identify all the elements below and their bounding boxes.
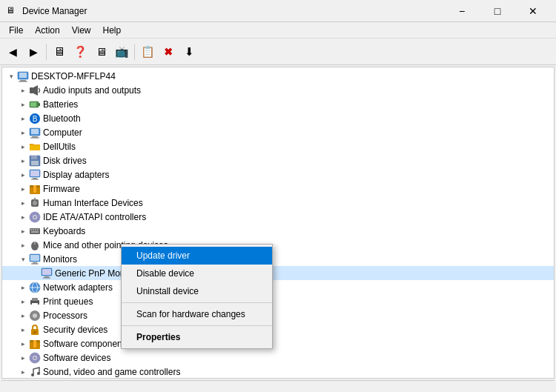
scan2-button[interactable]: 🖥 [91, 42, 110, 62]
tree-item-audio[interactable]: Audio inputs and outputs [2, 83, 554, 97]
expand-firmware[interactable] [17, 183, 29, 195]
maximize-button[interactable]: □ [480, 0, 514, 22]
tree-item-batteries[interactable]: Batteries [2, 97, 554, 111]
tree-item-computer[interactable]: Computer [2, 125, 554, 139]
menu-view[interactable]: View [66, 24, 97, 37]
back-button[interactable]: ◀ [3, 42, 22, 62]
title-bar-text: Device Manager [22, 6, 445, 16]
tree-label-keyboards: Keyboards [43, 226, 85, 236]
svg-rect-2 [20, 80, 26, 82]
tree-item-ide[interactable]: IDE ATA/ATAPI controllers [2, 210, 554, 224]
device-icon-root [17, 70, 29, 82]
svg-rect-8 [30, 102, 36, 107]
tree-item-softwaredevices[interactable]: Software devices [2, 351, 554, 365]
tree-item-bluetooth[interactable]: BBluetooth [2, 111, 554, 125]
expand-keyboards[interactable] [17, 225, 29, 237]
expand-security[interactable] [17, 324, 29, 336]
svg-rect-42 [30, 255, 39, 261]
forward-button[interactable]: ▶ [24, 42, 43, 62]
tree-item-security[interactable]: Security devices [2, 322, 554, 336]
menu-action[interactable]: Action [29, 24, 65, 37]
device-icon-printqueues [29, 296, 41, 308]
expand-monitors[interactable] [17, 253, 29, 265]
tree-item-displayadapters[interactable]: Display adapters [2, 167, 554, 182]
tree-item-hid[interactable]: Human Interface Devices [2, 196, 554, 210]
svg-rect-22 [31, 179, 39, 179]
device-icon-network [29, 282, 41, 293]
expand-diskdrives[interactable] [17, 155, 29, 167]
svg-rect-13 [32, 136, 38, 138]
tree-label-hid: Human Interface Devices [43, 198, 143, 208]
expand-hid[interactable] [17, 197, 29, 209]
tree-label-network: Network adapters [43, 282, 113, 293]
update-driver-toolbar-button[interactable]: 📋 [138, 42, 157, 62]
tree-item-printqueues[interactable]: Print queues [2, 294, 554, 308]
scan3-button[interactable]: 📺 [112, 42, 131, 62]
svg-rect-61 [33, 340, 36, 348]
expand-ide[interactable] [17, 211, 29, 223]
expand-softwarecomponents[interactable] [17, 338, 29, 350]
status-bar [1, 380, 555, 392]
context-menu-item-update-driver[interactable]: Update driver [122, 247, 272, 265]
expand-dellutils[interactable] [17, 141, 29, 153]
properties-button[interactable]: 🖥 [50, 42, 69, 62]
expand-softwaredevices[interactable] [17, 352, 29, 364]
tree-label-displayadapters: Display adapters [43, 170, 109, 180]
tree-label-softwaredevices: Software devices [43, 353, 110, 363]
tree-label-computer: Computer [43, 127, 82, 138]
expand-network[interactable] [17, 282, 29, 293]
svg-point-27 [33, 201, 37, 205]
expand-root[interactable] [5, 70, 17, 82]
context-menu-item-properties[interactable]: Properties [122, 328, 272, 346]
minimize-button[interactable]: − [445, 0, 479, 22]
tree-item-diskdrives[interactable]: Disk drives [2, 153, 554, 167]
context-menu-separator [122, 302, 272, 303]
svg-rect-18 [31, 161, 39, 165]
tree-item-monitors[interactable]: Monitors [2, 252, 554, 266]
svg-rect-33 [30, 229, 32, 230]
device-icon-softwarecomponents [29, 338, 41, 350]
menu-help[interactable]: Help [97, 24, 128, 37]
expand-mice[interactable] [17, 239, 29, 251]
expand-bluetooth[interactable] [17, 113, 29, 124]
context-menu-item-scan-hardware[interactable]: Scan for hardware changes [122, 305, 272, 323]
tree-item-mice[interactable]: Mice and other pointing devices [2, 238, 554, 252]
tree-label-bluetooth: Bluetooth [43, 113, 81, 124]
device-icon-dellutils [29, 141, 41, 153]
svg-rect-15 [30, 145, 40, 150]
expand-processors[interactable] [17, 310, 29, 322]
expand-displayadapters[interactable] [17, 169, 29, 181]
svg-rect-7 [39, 103, 40, 106]
tree-item-sound[interactable]: Sound, video and game controllers [2, 365, 554, 378]
device-icon-sound [29, 366, 41, 378]
svg-point-65 [31, 373, 34, 376]
expand-sound[interactable] [17, 366, 29, 378]
device-icon-processors [29, 310, 41, 322]
svg-rect-46 [42, 269, 51, 275]
tree-item-dellutils[interactable]: DellUtils [2, 139, 554, 153]
tree-item-network[interactable]: Network adapters [2, 280, 554, 294]
tree-item-softwarecomponents[interactable]: Software components [2, 336, 554, 351]
tree-view[interactable]: DESKTOP-MFFLP44Audio inputs and outputsB… [2, 67, 554, 378]
tree-item-keyboards[interactable]: Keyboards [2, 224, 554, 238]
tree-item-generic-pnp[interactable]: Generic PnP Monitor [2, 266, 554, 280]
tree-label-root: DESKTOP-MFFLP44 [31, 71, 116, 82]
tree-item-firmware[interactable]: Firmware [2, 182, 554, 196]
tree-item-root[interactable]: DESKTOP-MFFLP44 [2, 69, 554, 83]
context-menu-item-disable-device[interactable]: Disable device [122, 265, 272, 282]
remove-device-button[interactable]: ✖ [159, 42, 178, 62]
rollback-button[interactable]: ⬇ [179, 42, 199, 62]
toolbar-separator-1 [46, 44, 47, 60]
context-menu-item-uninstall-device[interactable]: Uninstall device [122, 282, 272, 300]
tree-label-softwarecomponents: Software components [43, 339, 129, 349]
menu-file[interactable]: File [3, 24, 29, 37]
svg-rect-12 [31, 129, 39, 134]
help-button[interactable]: ❓ [70, 42, 90, 62]
tree-item-processors[interactable]: Processors [2, 308, 554, 322]
expand-printqueues[interactable] [17, 296, 29, 308]
expand-audio[interactable] [17, 84, 29, 96]
close-button[interactable]: ✕ [516, 0, 550, 22]
expand-computer[interactable] [17, 127, 29, 139]
expand-batteries[interactable] [17, 99, 29, 110]
main-content: DESKTOP-MFFLP44Audio inputs and outputsB… [1, 67, 555, 379]
